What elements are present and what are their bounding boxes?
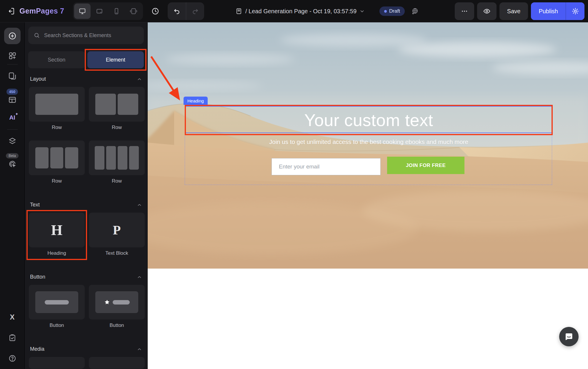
element-card-media-2[interactable] (89, 357, 145, 369)
heading-glyph: H (51, 221, 63, 239)
element-card-row-2col[interactable]: Row (89, 87, 145, 130)
element-card-text-block[interactable]: P Text Block (89, 213, 145, 256)
collapse-icon (137, 77, 142, 82)
row-3col-thumbnail (35, 147, 78, 168)
row-4col-thumbnail (95, 146, 139, 170)
layout-cards: Row Row Row Row (28, 87, 144, 184)
tab-element[interactable]: Element (87, 51, 144, 68)
desktop-icon (79, 7, 86, 15)
search-input[interactable] (44, 32, 139, 39)
version-history-button[interactable] (151, 7, 159, 15)
button-cards: Button Button (28, 285, 144, 328)
star-icon (104, 299, 110, 305)
theme-pages-nav-button[interactable] (8, 72, 17, 80)
element-card-heading[interactable]: H Heading (29, 213, 85, 256)
card-label: Row (89, 178, 145, 184)
sections-nav-button[interactable] (8, 51, 17, 60)
tasks-nav-button[interactable] (8, 334, 16, 342)
group-header-media[interactable]: Media (30, 346, 142, 352)
add-element-nav-button[interactable] (4, 28, 21, 44)
button-thumbnail (35, 291, 78, 313)
chat-widget-button[interactable] (559, 327, 579, 346)
language-icon[interactable] (411, 7, 419, 15)
redo-button[interactable] (186, 2, 204, 20)
search-icon (34, 32, 40, 39)
group-header-layout[interactable]: Layout (30, 76, 142, 82)
layers-icon (8, 137, 17, 145)
group-title: Media (30, 346, 44, 352)
status-badge: Draft (379, 6, 405, 16)
button-star-thumbnail (95, 291, 138, 313)
beta-badge: Beta (6, 153, 19, 158)
status-label: Draft (389, 8, 400, 14)
rail-bottom: X (8, 313, 16, 369)
card-label: Heading (29, 250, 85, 256)
rail-divider (7, 129, 18, 130)
element-card-button-icon[interactable]: Button (89, 285, 145, 328)
layers-nav-button[interactable] (8, 137, 17, 145)
text-cards: H Heading P Text Block (28, 213, 144, 256)
sections-icon (8, 51, 17, 60)
tablet-icon (96, 7, 103, 15)
undo-button[interactable] (168, 2, 186, 20)
page-selector[interactable]: / Lead Generation Page - Oct 19, 03:57:5… (235, 0, 419, 22)
app-logo-version: 7 (60, 7, 64, 15)
topbar-left: GemPages 7 (0, 2, 204, 20)
email-field[interactable] (271, 158, 381, 175)
card-label: Button (89, 322, 145, 328)
group-header-button[interactable]: Button (30, 274, 142, 280)
hero-heading[interactable]: Your custom text (185, 105, 553, 135)
chat-icon (564, 332, 573, 341)
preview-button[interactable] (477, 2, 497, 20)
ai-assistant-nav-button[interactable]: AI✦ (9, 114, 15, 121)
page-icon (235, 8, 242, 15)
save-button[interactable]: Save (499, 2, 528, 20)
topbar-actions: Save Publish (455, 2, 584, 20)
element-card-row-4col[interactable]: Row (89, 140, 145, 184)
group-header-text[interactable]: Text (30, 202, 142, 208)
x-social-button[interactable]: X (10, 313, 14, 321)
device-mobile-button[interactable] (108, 4, 125, 19)
element-card-row-3col[interactable]: Row (29, 140, 85, 184)
help-button[interactable] (8, 354, 16, 363)
left-rail: 450 AI✦ Beta (0, 22, 25, 369)
text-block-glyph: P (113, 223, 121, 238)
hero-section-image[interactable] (148, 22, 588, 269)
preview-icon (483, 7, 491, 15)
tab-element-label: Element (106, 57, 125, 63)
templates-nav-button[interactable] (8, 95, 17, 104)
undo-icon (173, 7, 181, 15)
interactions-nav-button[interactable] (8, 160, 17, 168)
media-cards (28, 357, 144, 369)
element-card-button[interactable]: Button (29, 285, 85, 328)
add-icon (8, 32, 17, 40)
more-options-button[interactable] (455, 2, 474, 20)
group-title: Text (30, 202, 40, 208)
topbar: GemPages 7 (0, 0, 588, 22)
join-for-free-button[interactable]: JOIN FOR FREE (387, 157, 464, 174)
status-dot (384, 10, 387, 13)
exit-icon (7, 7, 15, 15)
help-icon (8, 354, 16, 363)
element-card-row-1col[interactable]: Row (29, 87, 85, 130)
element-card-media-1[interactable] (29, 357, 85, 369)
tab-section[interactable]: Section (28, 51, 85, 68)
group-title: Button (30, 274, 45, 280)
row-1col-thumbnail (35, 94, 78, 115)
group-title: Layout (30, 76, 46, 82)
collapse-icon (137, 347, 142, 352)
card-label: Button (29, 322, 85, 328)
device-tablet-button[interactable] (91, 4, 108, 19)
exit-editor-button[interactable] (7, 7, 15, 15)
responsive-icon (130, 7, 137, 15)
editor-canvas: Heading Your custom text Join us to get … (148, 22, 588, 369)
device-desktop-button[interactable] (74, 4, 91, 19)
tasks-icon (8, 334, 16, 342)
publish-button[interactable]: Publish (531, 2, 566, 20)
publish-group: Publish (531, 2, 584, 20)
publish-settings-button[interactable] (566, 2, 584, 20)
device-responsive-button[interactable] (125, 4, 142, 19)
hero-subtitle[interactable]: Join us to get unlimited access to the b… (185, 138, 553, 145)
more-icon (461, 8, 468, 15)
theme-icon (8, 72, 17, 80)
